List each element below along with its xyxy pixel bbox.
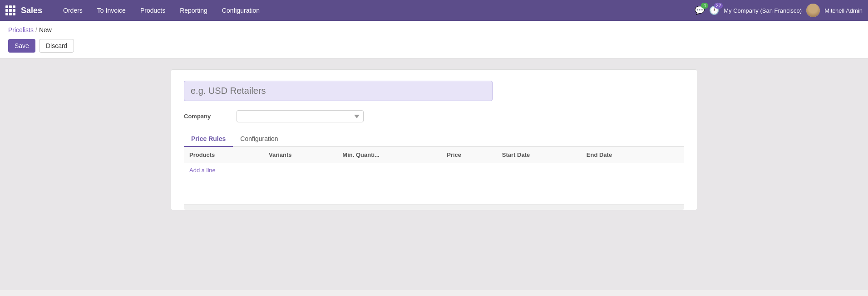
rules-table: Products Variants Min. Quanti... Price S… xyxy=(184,147,684,177)
company-field-row: Company xyxy=(184,110,684,122)
col-start-date: Start Date xyxy=(497,147,581,163)
brand-label: Sales xyxy=(21,6,42,15)
col-products: Products xyxy=(184,147,263,163)
pricelist-name-input[interactable] xyxy=(184,81,493,101)
breadcrumb-parent[interactable]: Pricelists xyxy=(8,26,34,34)
user-label[interactable]: Mitchell Admin xyxy=(824,7,863,14)
nav-right: 💬 4 🕐 22 My Company (San Francisco) Mitc… xyxy=(695,4,863,17)
avatar[interactable] xyxy=(806,4,820,17)
add-line-button[interactable]: Add a line xyxy=(189,167,216,174)
company-label[interactable]: My Company (San Francisco) xyxy=(724,7,802,14)
breadcrumb-current: New xyxy=(39,26,52,34)
nav-to-invoice[interactable]: To Invoice xyxy=(91,0,132,21)
page-header: Pricelists / New Save Discard xyxy=(0,21,868,58)
nav-left: Sales Orders To Invoice Products Reporti… xyxy=(5,0,695,21)
messages-icon[interactable]: 💬 4 xyxy=(695,5,705,15)
col-end-date: End Date xyxy=(581,147,661,163)
toolbar: Save Discard xyxy=(0,35,868,58)
tab-price-rules[interactable]: Price Rules xyxy=(184,131,233,147)
activity-icon[interactable]: 🕐 22 xyxy=(709,5,719,15)
main-area: Company Price Rules Configuration Produc… xyxy=(0,58,868,290)
nav-products[interactable]: Products xyxy=(134,0,172,21)
save-button[interactable]: Save xyxy=(8,39,35,53)
col-actions xyxy=(661,147,684,163)
nav-reporting[interactable]: Reporting xyxy=(173,0,214,21)
grid-icon xyxy=(5,5,15,15)
nav-configuration[interactable]: Configuration xyxy=(216,0,266,21)
tabs: Price Rules Configuration xyxy=(184,131,684,147)
avatar-image xyxy=(806,4,820,17)
breadcrumb: Pricelists / New xyxy=(0,21,868,35)
col-price: Price xyxy=(441,147,497,163)
add-line-row: Add a line xyxy=(184,163,684,178)
messages-badge: 4 xyxy=(701,3,708,9)
breadcrumb-separator: / xyxy=(35,26,37,34)
company-select[interactable] xyxy=(237,110,364,122)
table-scrollbar[interactable] xyxy=(184,204,684,210)
table-header-row: Products Variants Min. Quanti... Price S… xyxy=(184,147,684,163)
col-variants: Variants xyxy=(263,147,337,163)
form-card: Company Price Rules Configuration Produc… xyxy=(171,69,697,210)
company-label: Company xyxy=(184,113,229,120)
app-logo[interactable]: Sales xyxy=(5,5,49,15)
nav-orders[interactable]: Orders xyxy=(57,0,89,21)
discard-button[interactable]: Discard xyxy=(39,39,74,53)
tab-configuration[interactable]: Configuration xyxy=(233,131,285,147)
top-navigation: Sales Orders To Invoice Products Reporti… xyxy=(0,0,868,21)
col-min-quantity: Min. Quanti... xyxy=(337,147,441,163)
activity-badge: 22 xyxy=(714,3,723,9)
